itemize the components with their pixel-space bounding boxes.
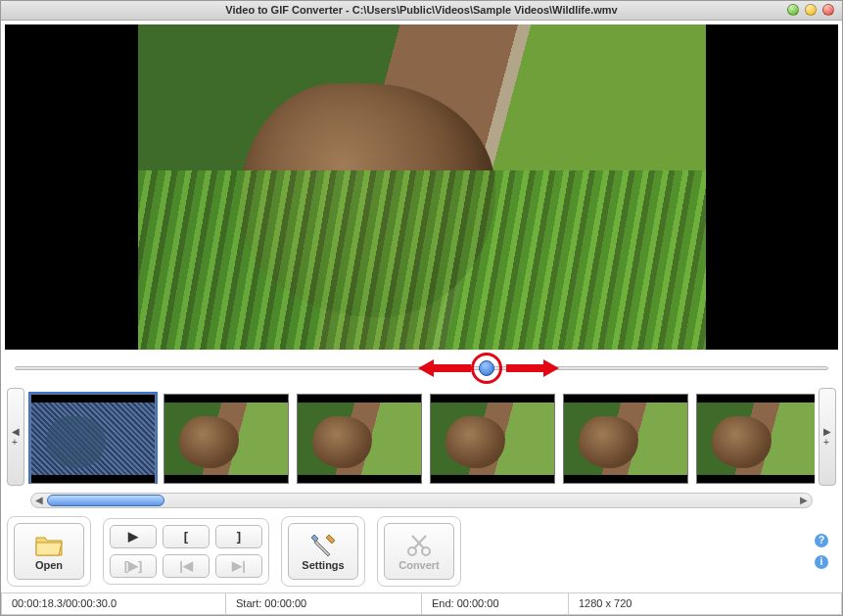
window-controls — [787, 4, 834, 16]
window-title: Video to GIF Converter - C:\Users\Public… — [225, 4, 617, 16]
scrollbar-track[interactable] — [47, 494, 796, 507]
annotation-arrow-left-icon — [418, 359, 471, 377]
settings-group: Settings — [281, 516, 365, 587]
svg-marker-0 — [418, 359, 471, 377]
status-end-label: End: — [432, 597, 454, 609]
seek-bar[interactable] — [15, 357, 828, 379]
open-label: Open — [35, 559, 63, 571]
filmstrip: ◀+ ▶+ — [7, 386, 836, 488]
status-start: Start: 00:00:00 — [226, 593, 422, 615]
settings-label: Settings — [302, 559, 344, 571]
svg-marker-1 — [506, 359, 559, 377]
thumbnail-5[interactable] — [696, 394, 815, 484]
scrollbar-right-button[interactable]: ▶ — [796, 494, 812, 507]
minimize-button[interactable] — [787, 4, 799, 16]
app-window: Video to GIF Converter - C:\Users\Public… — [0, 0, 843, 616]
transport-group: ▶ [ ] [▶] |◀ ▶| — [103, 518, 269, 585]
thumbnail-2[interactable] — [297, 394, 422, 484]
filmstrip-thumbs — [28, 390, 815, 484]
seek-thumb-handle[interactable] — [479, 360, 494, 376]
play-range-button[interactable]: [▶] — [110, 554, 157, 578]
open-group: Open — [7, 516, 91, 587]
play-button[interactable]: ▶ — [110, 525, 157, 548]
tools-icon — [309, 532, 337, 559]
thumbnail-0[interactable] — [30, 394, 156, 484]
status-end-value: 00:00:00 — [457, 597, 499, 609]
toolbar: Open ▶ [ ] [▶] |◀ ▶| — [7, 516, 836, 587]
filmstrip-scrollbar[interactable]: ◀ ▶ — [30, 493, 813, 508]
help-info-group: ? i — [815, 534, 836, 569]
scrollbar-left-button[interactable]: ◀ — [31, 494, 47, 507]
video-frame — [138, 24, 706, 350]
folder-icon — [34, 532, 64, 559]
mark-out-button[interactable]: ] — [215, 525, 262, 548]
next-frame-button[interactable]: ▶| — [215, 554, 262, 578]
settings-button[interactable]: Settings — [288, 523, 358, 580]
convert-button[interactable]: Convert — [384, 523, 454, 580]
status-time: 00:00:18.3/00:00:30.0 — [1, 593, 226, 615]
prev-frame-button[interactable]: |◀ — [163, 554, 210, 578]
thumbnail-3[interactable] — [430, 394, 555, 484]
status-start-value: 00:00:00 — [264, 597, 306, 609]
mark-in-button[interactable]: [ — [163, 525, 210, 548]
seek-thumb[interactable] — [476, 357, 497, 379]
open-button[interactable]: Open — [14, 523, 84, 580]
scrollbar-thumb[interactable] — [47, 495, 164, 506]
titlebar[interactable]: Video to GIF Converter - C:\Users\Public… — [1, 1, 842, 21]
convert-group: Convert — [377, 516, 461, 587]
video-subject — [240, 83, 495, 317]
scissors-icon — [406, 532, 432, 559]
status-resolution: 1280 x 720 — [569, 593, 842, 615]
status-end: End: 00:00:00 — [422, 593, 569, 615]
status-bar: 00:00:18.3/00:00:30.0 Start: 00:00:00 En… — [1, 592, 842, 615]
thumbnail-4[interactable] — [563, 394, 688, 484]
filmstrip-prev-button[interactable]: ◀+ — [7, 388, 24, 486]
info-button[interactable]: i — [815, 555, 828, 569]
maximize-button[interactable] — [805, 4, 817, 16]
annotation-arrow-right-icon — [506, 359, 559, 377]
filmstrip-viewport — [28, 390, 815, 484]
close-button[interactable] — [822, 4, 834, 16]
status-start-label: Start: — [236, 597, 261, 609]
video-preview[interactable] — [5, 24, 838, 350]
convert-label: Convert — [398, 559, 440, 571]
help-button[interactable]: ? — [815, 534, 828, 547]
thumbnail-1[interactable] — [164, 394, 289, 484]
filmstrip-next-button[interactable]: ▶+ — [819, 388, 836, 486]
